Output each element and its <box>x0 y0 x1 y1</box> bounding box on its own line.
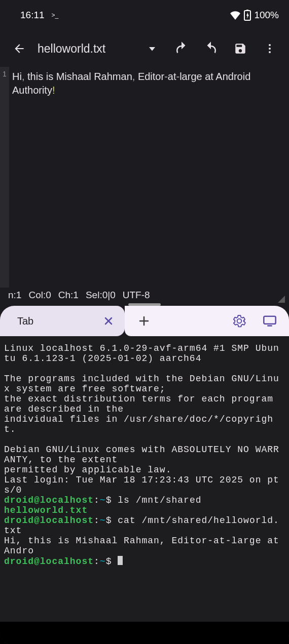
back-button[interactable] <box>8 37 30 60</box>
terminal-output: helloworld.txt <box>4 505 88 515</box>
drag-handle[interactable] <box>128 303 161 306</box>
battery-charging-icon <box>244 10 251 21</box>
prompt-sep: : <box>94 495 100 505</box>
resize-corner-icon[interactable] <box>278 296 285 303</box>
editor-status-line: n:1 Col:0 Ch:1 Sel:0|0 UTF-8 <box>0 288 289 303</box>
prompt-sigil: $ <box>106 495 118 505</box>
save-button[interactable] <box>229 37 251 60</box>
svg-rect-1 <box>246 10 248 11</box>
wifi-icon <box>230 11 241 20</box>
terminal-tab-label: Tab <box>17 315 33 327</box>
battery-percent: 100% <box>254 10 279 21</box>
arrow-left-icon <box>13 42 26 55</box>
text-run: , <box>22 71 27 82</box>
terminal-command: ls /mnt/shared <box>118 495 201 505</box>
text-run: Editor <box>138 71 164 82</box>
terminal-line: permitted by applicable law. <box>4 465 171 475</box>
text-run: , <box>132 71 138 82</box>
svg-rect-6 <box>267 325 272 327</box>
text-run: ! <box>52 85 55 96</box>
save-icon <box>234 42 247 55</box>
status-col: Col:0 <box>28 290 51 301</box>
svg-point-2 <box>269 44 271 46</box>
status-sel: Sel:0|0 <box>86 290 116 301</box>
prompt-path: ~ <box>100 556 106 567</box>
editor-toolbar: helloworld.txt <box>0 30 289 67</box>
redo-icon <box>203 41 219 56</box>
status-ln: n:1 <box>8 290 21 301</box>
status-ch: Ch:1 <box>58 290 79 301</box>
svg-point-4 <box>269 51 271 53</box>
prompt-userhost: droid@localhost <box>4 495 94 505</box>
new-tab-button[interactable] <box>133 310 155 332</box>
text-run: - <box>164 71 168 82</box>
more-vertical-icon <box>264 43 276 55</box>
prompt-userhost: droid@localhost <box>4 556 94 567</box>
code-area[interactable]: Hi, this is Mishaal Rahman, Editor-at-la… <box>9 67 289 288</box>
prompt-sep: : <box>94 515 100 526</box>
file-title: helloworld.txt <box>38 42 105 56</box>
terminal-line: the exact distribution terms for each pr… <box>4 394 279 414</box>
terminal-output: Hi, this is Mishaal Rahman, Editor-at-la… <box>4 536 285 556</box>
line-gutter: 1 <box>0 67 9 288</box>
nav-bar <box>0 622 289 644</box>
monitor-icon <box>263 314 277 328</box>
status-enc: UTF-8 <box>123 290 150 301</box>
prompt-path: ~ <box>100 515 106 526</box>
terminal-line: The programs included with the Debian GN… <box>4 374 279 394</box>
settings-button[interactable] <box>228 310 250 332</box>
screen: 16:11 >_ 100% helloworld.txt <box>0 0 289 644</box>
prompt-path: ~ <box>100 495 106 505</box>
terminal-indicator-icon: >_ <box>52 12 59 19</box>
terminal-line: Debian GNU/Linux comes with ABSOLUTELY N… <box>4 445 279 465</box>
terminal-tab[interactable]: Tab <box>0 306 125 336</box>
undo-button[interactable] <box>170 37 193 60</box>
prompt-sep: : <box>94 556 100 567</box>
redo-button[interactable] <box>200 37 222 60</box>
display-button[interactable] <box>259 310 281 332</box>
gear-icon <box>233 314 246 328</box>
editor-body[interactable]: 1 Hi, this is Mishaal Rahman, Editor-at-… <box>0 67 289 288</box>
text-run: Hi <box>12 71 22 82</box>
svg-point-3 <box>269 48 271 50</box>
dropdown-button[interactable] <box>141 37 163 60</box>
undo-icon <box>174 41 189 56</box>
svg-rect-5 <box>264 316 275 324</box>
prompt-userhost: droid@localhost <box>4 515 94 526</box>
terminal-line: Last login: Tue Mar 18 17:23:43 UTC 2025… <box>4 475 279 495</box>
text-run: this is Mishaal Rahman <box>27 71 132 82</box>
prompt-sigil: $ <box>106 556 118 567</box>
prompt-sigil: $ <box>106 515 118 526</box>
terminal-tab-bar: Tab <box>0 306 289 336</box>
text-run: at <box>168 71 176 82</box>
triangle-down-icon <box>148 44 157 53</box>
close-icon <box>102 315 115 327</box>
terminal-line: Linux localhost 6.1.0-29-avf-arm64 #1 SM… <box>4 343 279 364</box>
terminal-panel: Tab Linux localhost 6.1.0-29-avf-arm64 #… <box>0 306 289 622</box>
status-time: 16:11 <box>20 10 45 21</box>
more-button[interactable] <box>259 37 281 60</box>
close-tab-button[interactable] <box>102 315 115 327</box>
terminal-cursor <box>118 556 123 565</box>
line-number: 1 <box>0 70 9 78</box>
terminal-line: individual files in /usr/share/doc/*/cop… <box>4 414 273 434</box>
status-bar: 16:11 >_ 100% <box>0 0 289 30</box>
plus-icon <box>138 315 150 327</box>
terminal-body[interactable]: Linux localhost 6.1.0-29-avf-arm64 #1 SM… <box>0 336 289 622</box>
